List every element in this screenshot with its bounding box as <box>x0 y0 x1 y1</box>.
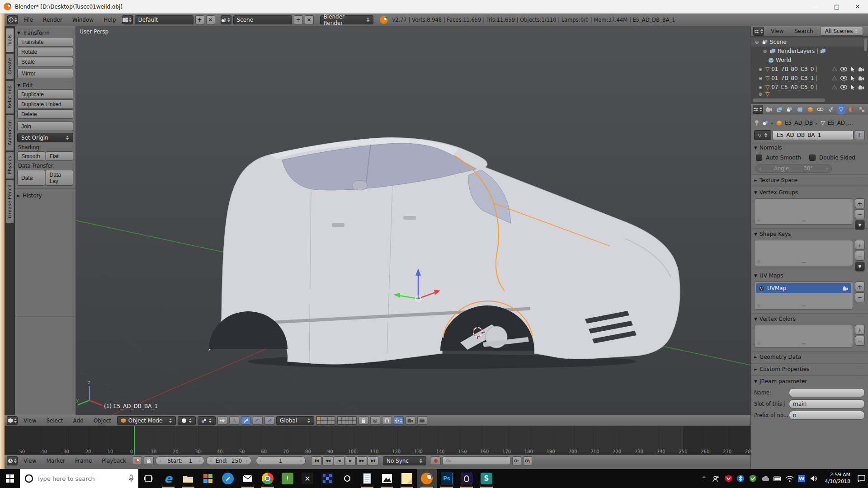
panel-grip[interactable]: ···· <box>66 29 73 31</box>
keying-set-field[interactable] <box>443 456 510 465</box>
restrict-wire-icon[interactable] <box>832 67 837 71</box>
vertex-colors-panel-header[interactable]: ▼Vertex Colors···· <box>754 314 865 324</box>
outliner-item-mesh-0[interactable]: ⊕ ▽ 01_7B_80_C3_0 | <box>751 65 868 74</box>
blender-taskbar-icon[interactable] <box>417 469 437 488</box>
scale-button[interactable]: Scale <box>17 57 73 66</box>
tab-object-data[interactable]: ▽ <box>837 105 846 114</box>
manipulator-translate-toggle[interactable] <box>241 416 251 425</box>
datablock-name-field[interactable]: E5_AD_DB_BA_1 <box>773 130 854 140</box>
tab-render[interactable] <box>764 105 774 114</box>
current-frame-marker[interactable] <box>134 426 135 455</box>
delete-button[interactable]: Delete <box>17 109 73 119</box>
snap-magnet-toggle[interactable] <box>382 416 392 425</box>
resize-handle[interactable]: ══ <box>802 342 806 346</box>
outliner-menu-search[interactable]: Search <box>790 27 817 35</box>
edge-icon[interactable]: e <box>158 469 178 488</box>
manipulator-scale-toggle[interactable] <box>264 416 274 425</box>
uvmap-render-camera-icon[interactable] <box>842 286 849 291</box>
panel-grip[interactable]: ···· <box>858 144 865 146</box>
outliner-vscrollbar[interactable] <box>864 38 867 51</box>
scene-browse-icon[interactable] <box>221 15 231 24</box>
geometry-data-panel-header[interactable]: ►Geometry Data···· <box>754 352 865 361</box>
timeline-region[interactable]: -50-40-30-20-100102030405060708090100110… <box>5 426 750 455</box>
breadcrumb-data[interactable]: E5_AD_... <box>827 120 853 126</box>
battery-icon[interactable] <box>774 475 781 483</box>
mirror-button[interactable]: Mirror <box>17 69 73 78</box>
tab-grease-pencil[interactable]: Grease Pencil <box>5 180 14 223</box>
next-keyframe-button[interactable]: ▶▶ <box>356 456 367 465</box>
resize-handle[interactable]: ══ <box>802 219 806 223</box>
gog-icon[interactable] <box>337 469 357 488</box>
sticky-notes-icon[interactable] <box>397 469 417 488</box>
visibility-eye-icon[interactable] <box>840 85 847 89</box>
menu-file[interactable]: File <box>20 16 37 24</box>
resize-handle[interactable]: ══ <box>802 261 806 265</box>
shapekey-specials-menu[interactable]: ▼ <box>855 262 865 272</box>
timeline-menu-playback[interactable]: Playback <box>98 457 130 465</box>
tab-animation[interactable]: Animation <box>5 115 14 151</box>
maximize-button[interactable]: □ <box>826 0 847 13</box>
render-opengl-anim-button[interactable] <box>417 416 427 425</box>
wifi-icon[interactable] <box>786 475 793 483</box>
viewport-shading-select[interactable] <box>178 416 196 425</box>
store-icon[interactable] <box>198 469 218 488</box>
screen-layout-field[interactable]: Default <box>135 15 193 24</box>
collapse-toggle-icon[interactable]: ⊖ <box>754 40 760 45</box>
pivot-select[interactable] <box>198 416 216 425</box>
timeline-menu-frame[interactable]: Frame <box>71 457 96 465</box>
jbeam-slot-input[interactable] <box>789 399 865 408</box>
panel-grip[interactable]: ···· <box>66 81 73 84</box>
selectable-arrow-icon[interactable] <box>850 66 855 72</box>
data-button[interactable]: Data <box>17 170 45 186</box>
panel-grip[interactable]: ···· <box>858 230 865 233</box>
use-preview-range-toggle[interactable] <box>132 456 142 465</box>
vertex-groups-list[interactable]: ⊕══ <box>754 198 853 225</box>
play-button[interactable]: ▶ <box>345 456 356 465</box>
microphone-icon[interactable] <box>128 474 134 483</box>
tab-tools[interactable]: Tools <box>5 28 14 52</box>
mode-select[interactable]: Object Mode <box>117 416 176 425</box>
render-engine-select[interactable]: Blender Render <box>320 15 373 24</box>
outliner-menu-view[interactable]: View <box>767 27 788 35</box>
timeline-menu-marker[interactable]: Marker <box>42 457 69 465</box>
close-button[interactable]: ✕ <box>847 0 868 13</box>
view3d-menu-object[interactable]: Object <box>90 417 115 425</box>
panel-grip[interactable]: ···· <box>858 378 865 380</box>
current-frame-field[interactable]: ‹1› <box>256 456 306 465</box>
rotate-button[interactable]: Rotate <box>17 47 73 56</box>
tab-world[interactable] <box>795 105 804 114</box>
onedrive-icon[interactable] <box>761 475 769 483</box>
renderable-camera-icon[interactable] <box>858 85 864 90</box>
bluetooth-icon[interactable] <box>737 475 745 483</box>
visibility-eye-icon[interactable] <box>840 67 847 71</box>
view3d-menu-select[interactable]: Select <box>42 417 67 425</box>
uvmap-remove-button[interactable]: − <box>855 292 865 302</box>
snap-element-select[interactable] <box>394 416 404 425</box>
breadcrumb-object[interactable]: E5_AD_DB <box>785 120 813 126</box>
tab-render-layers[interactable] <box>775 105 784 114</box>
view3d-menu-view[interactable]: View <box>19 417 40 425</box>
shapekey-add-button[interactable]: + <box>855 240 865 250</box>
outliner-item-world[interactable]: World <box>751 56 868 65</box>
duplicate-linked-button[interactable]: Duplicate Linked <box>17 99 73 109</box>
taskbar-clock[interactable]: 2:59 AM 4/10/2018 <box>822 472 853 485</box>
tab-create[interactable]: Create <box>5 53 14 80</box>
datablock-browse-button[interactable]: ▽ <box>754 130 771 140</box>
outliner-item-mesh-2[interactable]: ⊕ ▽ 07_E5_A0_C5_0 | <box>751 83 868 92</box>
lock-to-scene-toggle[interactable] <box>359 416 368 425</box>
tab-relations[interactable]: Relations <box>5 80 14 114</box>
outliner-filter-select[interactable]: All Scenes <box>820 27 863 36</box>
outliner-item-partial[interactable]: ⊕ ▽ <box>751 92 868 96</box>
prev-keyframe-button[interactable]: ◀◀ <box>322 456 333 465</box>
double-sided-checkbox[interactable] <box>809 155 816 161</box>
jump-to-end-button[interactable]: ▶▮ <box>368 456 378 465</box>
editor-type-3dview-icon[interactable] <box>7 416 18 425</box>
visibility-eye-icon[interactable] <box>840 76 847 80</box>
notepad-icon[interactable] <box>357 469 377 488</box>
settings-tool-icon[interactable] <box>218 469 238 488</box>
jump-to-start-button[interactable]: ▮◀ <box>311 456 322 465</box>
transform-orientation-select[interactable]: Global <box>276 416 314 425</box>
join-button[interactable]: Join <box>17 122 73 131</box>
outliner-hscrollbar[interactable] <box>753 99 825 102</box>
expand-toggle-icon[interactable]: ⊕ <box>757 67 764 72</box>
